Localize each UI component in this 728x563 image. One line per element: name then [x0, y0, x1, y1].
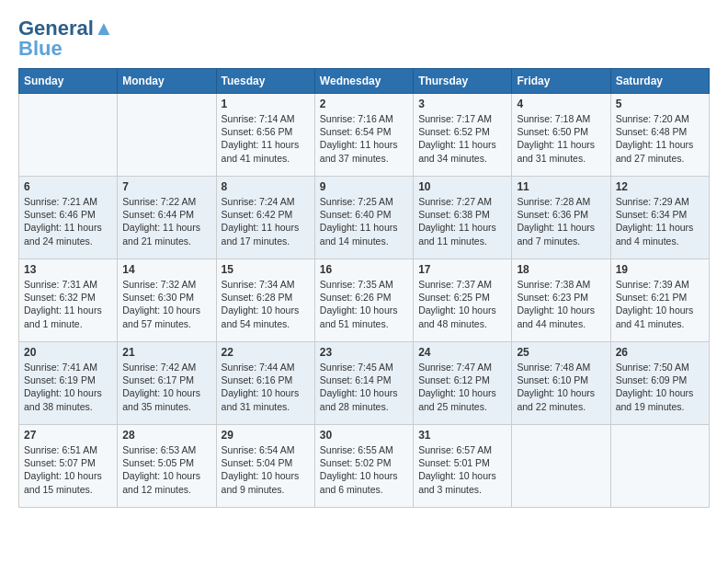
day-number: 30 — [320, 429, 408, 442]
calendar-cell: 31Sunrise: 6:57 AM Sunset: 5:01 PM Dayli… — [414, 425, 512, 508]
calendar-cell: 22Sunrise: 7:44 AM Sunset: 6:16 PM Dayli… — [216, 342, 314, 425]
day-number: 26 — [616, 346, 704, 359]
day-info: Sunrise: 7:31 AM Sunset: 6:32 PM Dayligh… — [24, 278, 112, 330]
calendar-cell: 13Sunrise: 7:31 AM Sunset: 6:32 PM Dayli… — [19, 259, 118, 342]
day-number: 11 — [517, 180, 605, 193]
day-info: Sunrise: 6:53 AM Sunset: 5:05 PM Dayligh… — [122, 443, 210, 496]
logo-blue: Blue — [18, 39, 63, 59]
weekday-header-thursday: Thursday — [414, 69, 512, 94]
calendar-cell: 29Sunrise: 6:54 AM Sunset: 5:04 PM Dayli… — [216, 425, 314, 508]
day-info: Sunrise: 7:39 AM Sunset: 6:21 PM Dayligh… — [616, 278, 704, 330]
day-number: 2 — [320, 98, 408, 110]
day-number: 24 — [418, 346, 506, 359]
calendar-cell — [118, 94, 216, 177]
week-row-0: 1Sunrise: 7:14 AM Sunset: 6:56 PM Daylig… — [19, 94, 710, 177]
day-info: Sunrise: 7:25 AM Sunset: 6:40 PM Dayligh… — [320, 195, 408, 247]
calendar-cell: 6Sunrise: 7:21 AM Sunset: 6:46 PM Daylig… — [19, 177, 118, 259]
day-info: Sunrise: 7:50 AM Sunset: 6:09 PM Dayligh… — [616, 361, 704, 413]
calendar-cell: 26Sunrise: 7:50 AM Sunset: 6:09 PM Dayli… — [610, 342, 709, 425]
day-info: Sunrise: 7:45 AM Sunset: 6:14 PM Dayligh… — [320, 361, 408, 413]
logo-general: General▲ — [18, 18, 114, 39]
day-info: Sunrise: 7:35 AM Sunset: 6:26 PM Dayligh… — [320, 278, 408, 330]
day-info: Sunrise: 7:14 AM Sunset: 6:56 PM Dayligh… — [222, 112, 310, 165]
week-row-3: 20Sunrise: 7:41 AM Sunset: 6:19 PM Dayli… — [19, 342, 710, 425]
calendar-cell: 2Sunrise: 7:16 AM Sunset: 6:54 PM Daylig… — [314, 94, 413, 177]
day-number: 29 — [222, 429, 310, 442]
calendar-cell: 9Sunrise: 7:25 AM Sunset: 6:40 PM Daylig… — [314, 177, 413, 259]
day-info: Sunrise: 7:38 AM Sunset: 6:23 PM Dayligh… — [517, 278, 605, 330]
week-row-1: 6Sunrise: 7:21 AM Sunset: 6:46 PM Daylig… — [19, 177, 710, 259]
day-number: 6 — [24, 180, 112, 193]
day-number: 5 — [616, 98, 704, 110]
calendar-cell: 4Sunrise: 7:18 AM Sunset: 6:50 PM Daylig… — [512, 94, 610, 177]
day-number: 15 — [222, 263, 310, 276]
calendar-cell: 20Sunrise: 7:41 AM Sunset: 6:19 PM Dayli… — [19, 342, 118, 425]
day-number: 13 — [24, 263, 112, 276]
calendar-cell: 18Sunrise: 7:38 AM Sunset: 6:23 PM Dayli… — [512, 259, 610, 342]
day-info: Sunrise: 7:44 AM Sunset: 6:16 PM Dayligh… — [222, 361, 310, 413]
logo: General▲ Blue — [18, 18, 114, 59]
page: General▲ Blue SundayMondayTuesdayWednesd… — [0, 0, 728, 517]
calendar-cell: 24Sunrise: 7:47 AM Sunset: 6:12 PM Dayli… — [414, 342, 512, 425]
day-number: 31 — [418, 429, 506, 442]
calendar-cell: 1Sunrise: 7:14 AM Sunset: 6:56 PM Daylig… — [216, 94, 314, 177]
week-row-2: 13Sunrise: 7:31 AM Sunset: 6:32 PM Dayli… — [19, 259, 710, 342]
calendar-cell: 7Sunrise: 7:22 AM Sunset: 6:44 PM Daylig… — [118, 177, 216, 259]
day-number: 23 — [320, 346, 408, 359]
day-number: 21 — [122, 346, 210, 359]
calendar-cell: 5Sunrise: 7:20 AM Sunset: 6:48 PM Daylig… — [610, 94, 709, 177]
calendar-cell: 10Sunrise: 7:27 AM Sunset: 6:38 PM Dayli… — [414, 177, 512, 259]
weekday-header-sunday: Sunday — [19, 69, 118, 94]
calendar-cell — [19, 94, 118, 177]
day-info: Sunrise: 7:22 AM Sunset: 6:44 PM Dayligh… — [122, 195, 210, 247]
day-info: Sunrise: 6:55 AM Sunset: 5:02 PM Dayligh… — [320, 443, 408, 496]
calendar-cell: 28Sunrise: 6:53 AM Sunset: 5:05 PM Dayli… — [118, 425, 216, 508]
day-info: Sunrise: 7:42 AM Sunset: 6:17 PM Dayligh… — [122, 361, 210, 413]
calendar-cell: 23Sunrise: 7:45 AM Sunset: 6:14 PM Dayli… — [314, 342, 413, 425]
day-info: Sunrise: 7:16 AM Sunset: 6:54 PM Dayligh… — [320, 112, 408, 165]
calendar-cell — [512, 425, 610, 508]
day-number: 4 — [517, 98, 605, 110]
day-number: 22 — [222, 346, 310, 359]
day-info: Sunrise: 6:54 AM Sunset: 5:04 PM Dayligh… — [222, 443, 310, 496]
weekday-header-wednesday: Wednesday — [314, 69, 413, 94]
weekday-header-friday: Friday — [512, 69, 610, 94]
day-info: Sunrise: 7:47 AM Sunset: 6:12 PM Dayligh… — [418, 361, 506, 413]
day-number: 10 — [418, 180, 506, 193]
calendar-cell: 16Sunrise: 7:35 AM Sunset: 6:26 PM Dayli… — [314, 259, 413, 342]
calendar-cell: 3Sunrise: 7:17 AM Sunset: 6:52 PM Daylig… — [414, 94, 512, 177]
calendar-cell: 12Sunrise: 7:29 AM Sunset: 6:34 PM Dayli… — [610, 177, 709, 259]
calendar: SundayMondayTuesdayWednesdayThursdayFrid… — [18, 68, 710, 508]
day-number: 19 — [616, 263, 704, 276]
calendar-cell: 15Sunrise: 7:34 AM Sunset: 6:28 PM Dayli… — [216, 259, 314, 342]
week-row-4: 27Sunrise: 6:51 AM Sunset: 5:07 PM Dayli… — [19, 425, 710, 508]
calendar-cell: 11Sunrise: 7:28 AM Sunset: 6:36 PM Dayli… — [512, 177, 610, 259]
calendar-header-row: SundayMondayTuesdayWednesdayThursdayFrid… — [19, 69, 710, 94]
calendar-cell: 27Sunrise: 6:51 AM Sunset: 5:07 PM Dayli… — [19, 425, 118, 508]
day-info: Sunrise: 7:27 AM Sunset: 6:38 PM Dayligh… — [418, 195, 506, 247]
day-info: Sunrise: 7:34 AM Sunset: 6:28 PM Dayligh… — [222, 278, 310, 330]
day-info: Sunrise: 7:41 AM Sunset: 6:19 PM Dayligh… — [24, 361, 112, 413]
weekday-header-saturday: Saturday — [610, 69, 709, 94]
calendar-cell: 25Sunrise: 7:48 AM Sunset: 6:10 PM Dayli… — [512, 342, 610, 425]
day-number: 25 — [517, 346, 605, 359]
day-number: 14 — [122, 263, 210, 276]
day-info: Sunrise: 7:28 AM Sunset: 6:36 PM Dayligh… — [517, 195, 605, 247]
day-number: 7 — [122, 180, 210, 193]
calendar-cell: 14Sunrise: 7:32 AM Sunset: 6:30 PM Dayli… — [118, 259, 216, 342]
day-number: 16 — [320, 263, 408, 276]
weekday-header-monday: Monday — [118, 69, 216, 94]
day-info: Sunrise: 7:32 AM Sunset: 6:30 PM Dayligh… — [122, 278, 210, 330]
calendar-cell: 30Sunrise: 6:55 AM Sunset: 5:02 PM Dayli… — [314, 425, 413, 508]
header: General▲ Blue — [18, 18, 710, 59]
day-info: Sunrise: 7:20 AM Sunset: 6:48 PM Dayligh… — [616, 112, 704, 165]
calendar-cell: 17Sunrise: 7:37 AM Sunset: 6:25 PM Dayli… — [414, 259, 512, 342]
calendar-cell: 19Sunrise: 7:39 AM Sunset: 6:21 PM Dayli… — [610, 259, 709, 342]
day-info: Sunrise: 7:24 AM Sunset: 6:42 PM Dayligh… — [222, 195, 310, 247]
day-number: 28 — [122, 429, 210, 442]
weekday-header-tuesday: Tuesday — [216, 69, 314, 94]
day-number: 9 — [320, 180, 408, 193]
day-number: 20 — [24, 346, 112, 359]
day-number: 1 — [222, 98, 310, 110]
day-number: 12 — [616, 180, 704, 193]
